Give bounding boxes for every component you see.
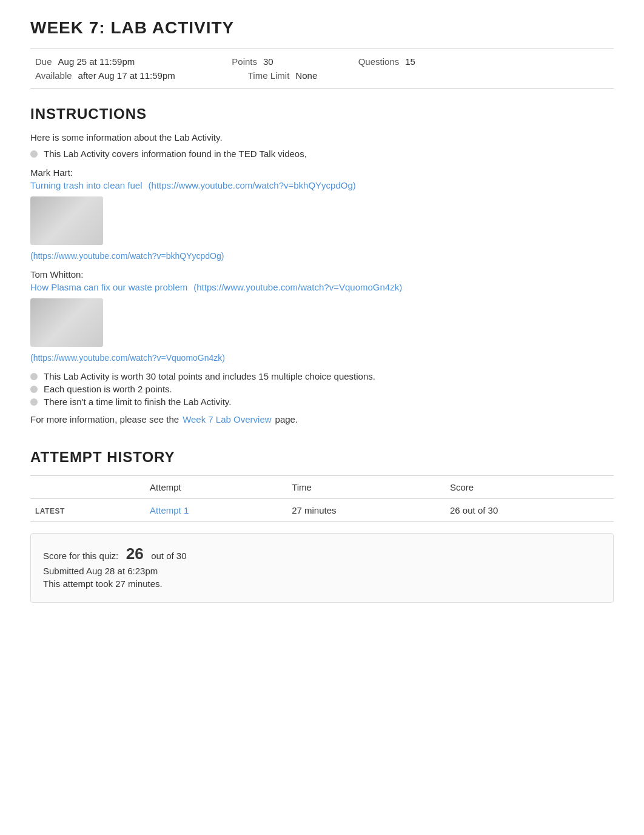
speaker2-url-display[interactable]: (https://www.youtube.com/watch?v=VquomoG… — [30, 353, 614, 363]
more-info-suffix: page. — [275, 414, 298, 424]
meta-row-1: Due Aug 25 at 11:59pm Points 30 Question… — [35, 56, 609, 67]
video-thumbnail-1[interactable] — [30, 196, 103, 245]
meta-box: Due Aug 25 at 11:59pm Points 30 Question… — [30, 49, 614, 89]
score-number: 26 — [126, 545, 144, 563]
available-pair: Available after Aug 17 at 11:59pm — [35, 70, 175, 81]
attempt-history-title: ATTEMPT HISTORY — [30, 449, 614, 466]
more-info-prefix: For more information, please see the — [30, 414, 179, 424]
col-header-time: Time — [287, 476, 445, 499]
time-limit-value: None — [295, 70, 317, 81]
due-pair: Due Aug 25 at 11:59pm — [35, 56, 135, 67]
info-bullet-text-1: This Lab Activity is worth 30 total poin… — [44, 371, 375, 381]
available-label: Available — [35, 70, 72, 81]
info-bullet-dot-3 — [30, 398, 38, 406]
info-bullet-text-2: Each question is worth 2 points. — [44, 384, 172, 394]
score-line-3: This attempt took 27 minutes. — [43, 578, 601, 589]
speaker2-link[interactable]: How Plasma can fix our waste problem — [30, 282, 187, 292]
attempt-link[interactable]: Attempt 1 — [150, 505, 189, 515]
points-value: 30 — [263, 56, 273, 67]
speaker1-link-row: Turning trash into clean fuel (https://w… — [30, 180, 614, 190]
due-value: Aug 25 at 11:59pm — [58, 56, 135, 67]
attempt-history-section: ATTEMPT HISTORY Attempt Time Score LATES… — [30, 449, 614, 603]
questions-value: 15 — [405, 56, 415, 67]
time-cell: 27 minutes — [287, 499, 445, 522]
score-box: Score for this quiz: 26 out of 30 Submit… — [30, 533, 614, 603]
speaker2-link-row: How Plasma can fix our waste problem (ht… — [30, 282, 614, 292]
page-container: WEEK 7: LAB ACTIVITY Due Aug 25 at 11:59… — [0, 0, 644, 621]
info-bullets: This Lab Activity is worth 30 total poin… — [30, 371, 614, 407]
bullet-text-1: This Lab Activity covers information fou… — [44, 149, 307, 159]
more-info-line: For more information, please see the Wee… — [30, 414, 614, 424]
table-row: LATEST Attempt 1 27 minutes 26 out of 30 — [30, 499, 614, 522]
col-header-score: Score — [445, 476, 614, 499]
info-bullet-block-1: This Lab Activity is worth 30 total poin… — [30, 371, 614, 381]
info-bullet-text-3: There isn't a time limit to finish the L… — [44, 397, 231, 407]
latest-badge: LATEST — [35, 507, 65, 515]
attempt-table: Attempt Time Score LATEST Attempt 1 27 m… — [30, 475, 614, 522]
col-header-blank — [30, 476, 145, 499]
video-thumbnail-2[interactable] — [30, 298, 103, 347]
score-line-1: Score for this quiz: 26 out of 30 — [43, 545, 601, 563]
speaker2-url-link[interactable]: (https://www.youtube.com/watch?v=VquomoG… — [193, 282, 402, 292]
points-label: Points — [232, 56, 257, 67]
info-bullet-dot-2 — [30, 386, 38, 393]
info-bullet-dot-1 — [30, 373, 38, 380]
info-bullet-block-3: There isn't a time limit to finish the L… — [30, 397, 614, 407]
speaker1-label: Mark Hart: — [30, 167, 614, 178]
bullet-dot-1 — [30, 150, 38, 158]
more-info-link[interactable]: Week 7 Lab Overview — [183, 414, 271, 424]
latest-badge-cell: LATEST — [30, 499, 145, 522]
speaker2-label: Tom Whitton: — [30, 269, 614, 280]
score-suffix: out of 30 — [151, 551, 186, 561]
points-pair: Points 30 — [232, 56, 273, 67]
attempt-time: 27 minutes — [292, 505, 336, 515]
questions-pair: Questions 15 — [358, 56, 415, 67]
questions-label: Questions — [358, 56, 400, 67]
time-limit-pair: Time Limit None — [248, 70, 317, 81]
score-cell: 26 out of 30 — [445, 499, 614, 522]
score-line-2: Submitted Aug 28 at 6:23pm — [43, 566, 601, 576]
instructions-section: INSTRUCTIONS Here is some information ab… — [30, 106, 614, 424]
info-bullet-block-2: Each question is worth 2 points. — [30, 384, 614, 394]
attempt-cell: Attempt 1 — [145, 499, 287, 522]
video-bg-2 — [30, 298, 103, 347]
speaker1-url-link[interactable]: (https://www.youtube.com/watch?v=bkhQYyc… — [149, 180, 356, 190]
speaker1-url-display[interactable]: (https://www.youtube.com/watch?v=bkhQYyc… — [30, 251, 614, 261]
page-title: WEEK 7: LAB ACTIVITY — [30, 18, 614, 38]
due-label: Due — [35, 56, 52, 67]
attempt-score: 26 out of 30 — [450, 505, 498, 515]
video-bg-1 — [30, 196, 103, 245]
meta-row-2: Available after Aug 17 at 11:59pm Time L… — [35, 70, 609, 81]
col-header-attempt: Attempt — [145, 476, 287, 499]
score-label: Score for this quiz: — [43, 551, 118, 561]
intro-text: Here is some information about the Lab A… — [30, 132, 614, 143]
instructions-title: INSTRUCTIONS — [30, 106, 614, 122]
table-header-row: Attempt Time Score — [30, 476, 614, 499]
speaker1-link[interactable]: Turning trash into clean fuel — [30, 180, 143, 190]
time-limit-label: Time Limit — [248, 70, 290, 81]
bullet-block-1: This Lab Activity covers information fou… — [30, 149, 614, 159]
available-value: after Aug 17 at 11:59pm — [78, 70, 175, 81]
